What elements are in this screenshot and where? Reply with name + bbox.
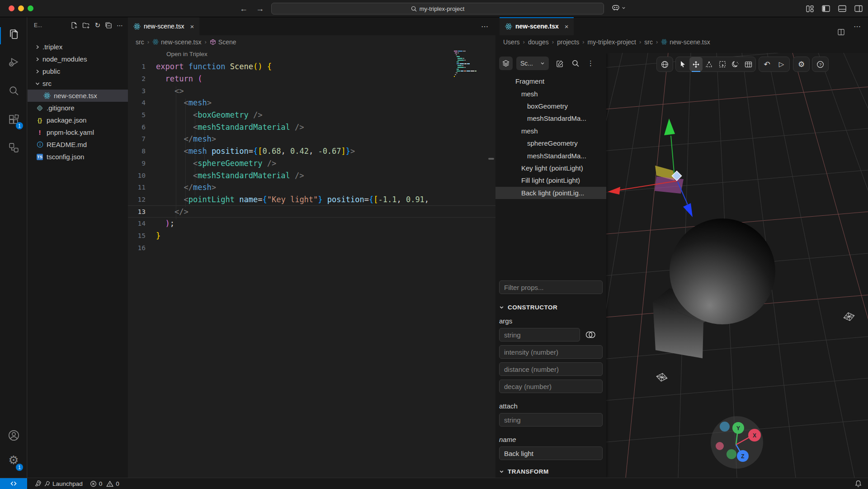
sidebar-item-explorer[interactable] bbox=[0, 23, 27, 46]
scale-tool[interactable] bbox=[703, 57, 716, 71]
breadcrumb-symbol[interactable]: Scene bbox=[210, 38, 236, 46]
code-line[interactable]: 11 </mesh> bbox=[128, 181, 495, 194]
breadcrumb-src[interactable]: src bbox=[136, 38, 144, 46]
code-line[interactable]: 2 return ( bbox=[128, 73, 495, 85]
scene-tree-row[interactable]: meshStandardMa... bbox=[495, 149, 606, 161]
maximize-window-button[interactable] bbox=[28, 5, 33, 11]
point-light-helper[interactable] bbox=[656, 372, 668, 382]
code-line[interactable]: 7 </mesh> bbox=[128, 133, 495, 145]
problems-indicator[interactable]: 0 0 bbox=[90, 480, 119, 487]
axis-neg-z-ball[interactable] bbox=[720, 422, 730, 432]
gizmo-z-arrow[interactable] bbox=[683, 203, 693, 217]
distance-input[interactable] bbox=[499, 362, 603, 376]
toggle-panel-icon[interactable] bbox=[838, 5, 846, 12]
edit-scene-icon[interactable] bbox=[556, 60, 564, 67]
gizmo-y-arrow[interactable] bbox=[664, 119, 675, 135]
globe-tool[interactable] bbox=[658, 57, 671, 71]
code-line[interactable]: 8 <mesh position={[0.68, 0.42, -0.67]}> bbox=[128, 145, 495, 157]
arg-string-input[interactable] bbox=[499, 328, 580, 342]
attach-input[interactable] bbox=[499, 413, 603, 427]
play-button[interactable]: ▷ bbox=[775, 57, 788, 71]
3d-viewport[interactable]: Y X Z bbox=[495, 53, 868, 478]
file-row[interactable]: src bbox=[28, 77, 128, 90]
more-actions-icon[interactable]: ⋯ bbox=[117, 22, 123, 29]
scene-tree-row[interactable]: Key light (pointLight) bbox=[495, 162, 606, 174]
file-row[interactable]: node_modules bbox=[28, 53, 128, 65]
axis-neg-y-ball[interactable] bbox=[726, 449, 736, 459]
search-icon[interactable] bbox=[572, 60, 579, 67]
code-line[interactable]: 1export function Scene() { bbox=[128, 61, 495, 73]
filter-props-input[interactable] bbox=[499, 280, 603, 294]
code-line[interactable]: 16 bbox=[128, 242, 495, 254]
file-row[interactable]: README.md bbox=[28, 138, 128, 151]
refresh-icon[interactable]: ↻ bbox=[94, 21, 100, 29]
code-line[interactable]: 15} bbox=[128, 230, 495, 242]
gizmo-x-arrow[interactable] bbox=[608, 187, 620, 195]
scene-tree-row[interactable]: Fill light (pointLight) bbox=[495, 174, 606, 186]
file-row[interactable]: .triplex bbox=[28, 41, 128, 53]
open-in-triplex-codelens[interactable]: Open in Triplex bbox=[166, 51, 208, 61]
orientation-gizmo[interactable]: Y X Z bbox=[711, 416, 763, 469]
close-window-button[interactable] bbox=[9, 5, 14, 11]
copilot-menu[interactable] bbox=[611, 4, 626, 12]
help-button[interactable]: ? bbox=[814, 57, 827, 71]
minimap[interactable] bbox=[453, 50, 478, 80]
sphere-mesh[interactable] bbox=[670, 218, 775, 324]
close-icon[interactable]: × bbox=[190, 23, 194, 30]
decay-input[interactable] bbox=[499, 380, 603, 393]
code-line[interactable]: 5 <boxGeometry /> bbox=[128, 109, 495, 121]
sidebar-item-references[interactable] bbox=[0, 136, 27, 159]
file-row[interactable]: new-scene.tsx bbox=[28, 90, 128, 102]
tab-new-scene-triplex[interactable]: new-scene.tsx × bbox=[500, 17, 574, 35]
layers-button[interactable] bbox=[499, 57, 513, 70]
breadcrumb-file[interactable]: new-scene.tsx bbox=[152, 38, 201, 46]
toggle-secondary-sidebar-icon[interactable] bbox=[854, 5, 863, 12]
axis-neg-x-ball[interactable] bbox=[716, 442, 724, 450]
code-line[interactable]: 4 <mesh> bbox=[128, 97, 495, 109]
new-folder-icon[interactable] bbox=[82, 22, 90, 29]
switch-prop-type-icon[interactable] bbox=[585, 331, 596, 339]
customize-layout-icon[interactable] bbox=[806, 5, 814, 13]
breadcrumb-file[interactable]: new-scene.tsx bbox=[661, 38, 710, 46]
translate-gizmo[interactable] bbox=[608, 119, 693, 217]
scene-tree-row[interactable]: mesh bbox=[495, 87, 606, 100]
scene-tree-row[interactable]: Back light (pointLig... bbox=[495, 187, 606, 199]
file-row[interactable]: !pnpm-lock.yaml bbox=[28, 126, 128, 138]
sidebar-item-search[interactable] bbox=[0, 79, 27, 102]
code-line[interactable]: 6 <meshStandardMaterial /> bbox=[128, 121, 495, 133]
code-line[interactable]: 12 <pointLight name={"Key light"} positi… bbox=[128, 194, 495, 206]
point-light-helper[interactable] bbox=[843, 312, 855, 322]
file-row[interactable]: .gitignore bbox=[28, 102, 128, 114]
minimize-window-button[interactable] bbox=[18, 5, 24, 11]
select-tool[interactable] bbox=[676, 57, 689, 71]
scene-tree-row[interactable]: meshStandardMa... bbox=[495, 112, 606, 124]
scene-tree-row[interactable]: sphereGeometry bbox=[495, 137, 606, 149]
file-row[interactable]: TStsconfig.json bbox=[28, 151, 128, 163]
code-line[interactable]: 13 </> bbox=[128, 205, 495, 218]
accounts-button[interactable] bbox=[0, 423, 27, 447]
intensity-input[interactable] bbox=[499, 345, 603, 359]
panel-more-actions-icon[interactable]: ⋯ bbox=[854, 17, 861, 35]
constructor-section-header[interactable]: CONSTRUCTOR bbox=[499, 304, 603, 311]
sidebar-item-run-debug[interactable] bbox=[0, 51, 27, 74]
triplex-breadcrumb[interactable]: Users› douges› projects› my-triplex-proj… bbox=[503, 35, 710, 48]
split-editor-icon[interactable] bbox=[838, 23, 844, 41]
remote-indicator[interactable] bbox=[0, 478, 27, 489]
scene-tree-row[interactable]: boxGeometry bbox=[495, 100, 606, 112]
code-line[interactable]: 10 <meshStandardMaterial /> bbox=[128, 169, 495, 181]
file-row[interactable]: {}package.json bbox=[28, 114, 128, 126]
environment-tool[interactable] bbox=[729, 57, 742, 71]
editor-more-actions-icon[interactable]: ⋯ bbox=[481, 17, 488, 35]
breadcrumb[interactable]: src › new-scene.tsx › Scene bbox=[136, 35, 236, 48]
undo-button[interactable]: ↶ bbox=[760, 57, 774, 71]
new-file-icon[interactable] bbox=[71, 22, 78, 29]
transform-section-header[interactable]: TRANSFORM bbox=[499, 468, 603, 475]
code-line[interactable]: 9 <sphereGeometry /> bbox=[128, 157, 495, 170]
back-icon[interactable]: ← bbox=[240, 4, 248, 14]
scrollbar-thumb[interactable] bbox=[488, 158, 494, 160]
tab-new-scene[interactable]: new-scene.tsx × bbox=[128, 17, 199, 35]
file-row[interactable]: public bbox=[28, 65, 128, 77]
scene-tree-row[interactable]: mesh bbox=[495, 125, 606, 137]
translate-tool[interactable] bbox=[689, 57, 703, 71]
command-center-search[interactable]: my-triplex-project bbox=[271, 3, 604, 14]
